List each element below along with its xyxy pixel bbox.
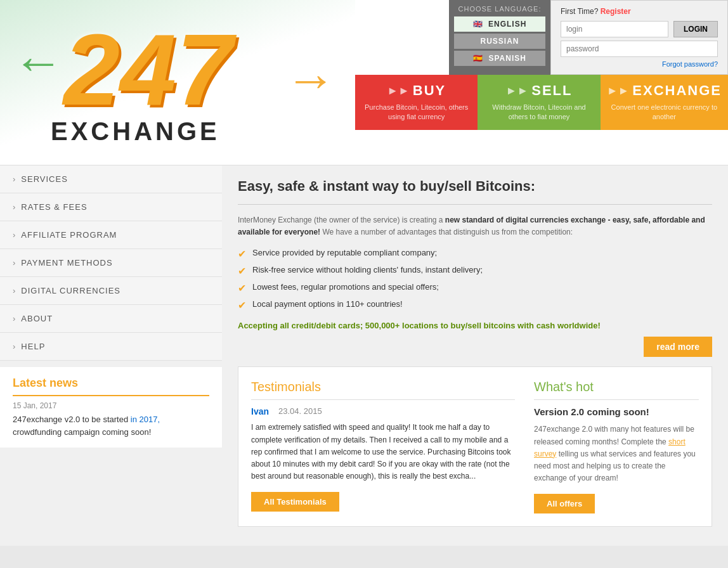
check-icon-4: ✔ xyxy=(238,299,246,311)
register-link[interactable]: Register xyxy=(601,7,631,16)
read-more-button[interactable]: read more xyxy=(644,337,712,357)
logo-area: → 247 EXCHANGE → xyxy=(0,0,355,165)
sidebar-item-payment[interactable]: PAYMENT METHODS xyxy=(0,249,222,277)
sell-button[interactable]: ►► SELL Withdraw Bitcoin, Litecoin and o… xyxy=(478,75,600,130)
news-text: 247exchange v2.0 to be started in 2017, … xyxy=(13,413,209,438)
exchange-description: Convert one electronic currency to anoth… xyxy=(607,103,722,122)
author-name: Ivan xyxy=(251,406,269,416)
all-offers-button[interactable]: All offers xyxy=(534,494,595,513)
sidebar-item-digital[interactable]: DIGITAL CURRENCIES xyxy=(0,277,222,305)
testimonials-section: Testimonials Ivan 23.04. 2015 I am extre… xyxy=(251,380,515,513)
first-time-text: First Time? Register xyxy=(561,7,718,16)
all-testimonials-button[interactable]: All Testimonials xyxy=(251,492,339,512)
login-button[interactable]: LOGIN xyxy=(673,21,718,37)
language-selector: CHOOSE LANGUAGE: 🇬🇧 ENGLISH RUSSIAN 🇪🇸 S… xyxy=(449,0,550,75)
testimonials-title: Testimonials xyxy=(251,380,515,400)
testimonial-author: Ivan 23.04. 2015 xyxy=(251,406,515,416)
language-label: CHOOSE LANGUAGE: xyxy=(458,5,542,13)
exchange-arrows-icon: ►► xyxy=(607,84,630,98)
arrow-right-icon: → xyxy=(285,51,336,109)
cta-link[interactable]: Accepting all credit/debit cards; 500,00… xyxy=(238,321,712,330)
action-buttons: ►► BUY Purchase Bitcoin, Litecoin, other… xyxy=(355,75,728,130)
testimonial-text: I am extremely satisfied with speed and … xyxy=(251,422,515,482)
password-input[interactable] xyxy=(561,41,718,57)
intro-text: InterMoney Exchange (the owner of the se… xyxy=(238,214,712,238)
buy-description: Purchase Bitcoin, Litecoin, others using… xyxy=(361,103,471,122)
sidebar-item-rates[interactable]: RATES & FEES xyxy=(0,193,222,221)
sell-description: Withdraw Bitcoin, Litecoin and others to… xyxy=(484,103,594,122)
sidebar-item-help[interactable]: HELP xyxy=(0,333,222,361)
sidebar-item-affiliate[interactable]: AFFILIATE PROGRAM xyxy=(0,221,222,249)
check-icon-3: ✔ xyxy=(238,282,246,294)
hot-version: Version 2.0 coming soon! xyxy=(534,406,699,417)
sidebar-item-about[interactable]: ABOUT xyxy=(0,305,222,333)
latest-news-title: Latest news xyxy=(13,377,209,396)
buy-button[interactable]: ►► BUY Purchase Bitcoin, Litecoin, other… xyxy=(355,75,478,130)
feature-item-2: ✔ Risk-free service without holding clie… xyxy=(238,265,712,277)
hot-text: 247exchange 2.0 with many hot features w… xyxy=(534,423,699,484)
english-button[interactable]: 🇬🇧 ENGLISH xyxy=(454,16,545,32)
feature-item-1: ✔ Service provided by reputable complian… xyxy=(238,248,712,260)
login-box: First Time? Register LOGIN Forgot passwo… xyxy=(550,0,728,75)
feature-item-3: ✔ Lowest fees, regular promotions and sp… xyxy=(238,282,712,294)
russian-button[interactable]: RUSSIAN xyxy=(454,34,545,49)
sell-arrows-icon: ►► xyxy=(506,84,529,98)
logo-exchange: EXCHANGE xyxy=(51,117,220,146)
check-icon-2: ✔ xyxy=(238,265,246,277)
divider xyxy=(238,204,712,205)
spanish-button[interactable]: 🇪🇸 SPANISH xyxy=(454,51,545,66)
whats-hot-title: What's hot xyxy=(534,380,699,400)
whats-hot-section: What's hot Version 2.0 coming soon! 247e… xyxy=(534,380,699,513)
news-date: 15 Jan, 2017 xyxy=(13,401,209,410)
feature-item-4: ✔ Local payment options in 110+ countrie… xyxy=(238,299,712,311)
exchange-button[interactable]: ►► EXCHANGE Convert one electronic curre… xyxy=(601,75,728,130)
latest-news-section: Latest news 15 Jan, 2017 247exchange v2.… xyxy=(0,367,222,448)
sidebar-item-services[interactable]: SERVICES xyxy=(0,165,222,193)
logo-247: 247 xyxy=(63,19,233,120)
page-title: Easy, safe & instant way to buy/sell Bit… xyxy=(238,178,712,195)
forgot-password-link[interactable]: Forgot password? xyxy=(561,60,718,68)
login-input[interactable] xyxy=(561,21,668,37)
check-icon-1: ✔ xyxy=(238,248,246,260)
sidebar-nav: SERVICES RATES & FEES AFFILIATE PROGRAM … xyxy=(0,165,222,361)
survey-link[interactable]: short survey xyxy=(534,437,686,458)
main-content: Easy, safe & instant way to buy/sell Bit… xyxy=(222,165,728,546)
feature-list: ✔ Service provided by reputable complian… xyxy=(238,248,712,311)
buy-arrows-icon: ►► xyxy=(387,84,410,98)
sidebar: SERVICES RATES & FEES AFFILIATE PROGRAM … xyxy=(0,165,222,546)
arrow-left-icon: → xyxy=(13,38,63,96)
main-layout: SERVICES RATES & FEES AFFILIATE PROGRAM … xyxy=(0,165,728,546)
bottom-section: Testimonials Ivan 23.04. 2015 I am extre… xyxy=(238,366,712,527)
author-date: 23.04. 2015 xyxy=(278,406,322,416)
news-link[interactable]: in 2017, xyxy=(131,415,160,424)
